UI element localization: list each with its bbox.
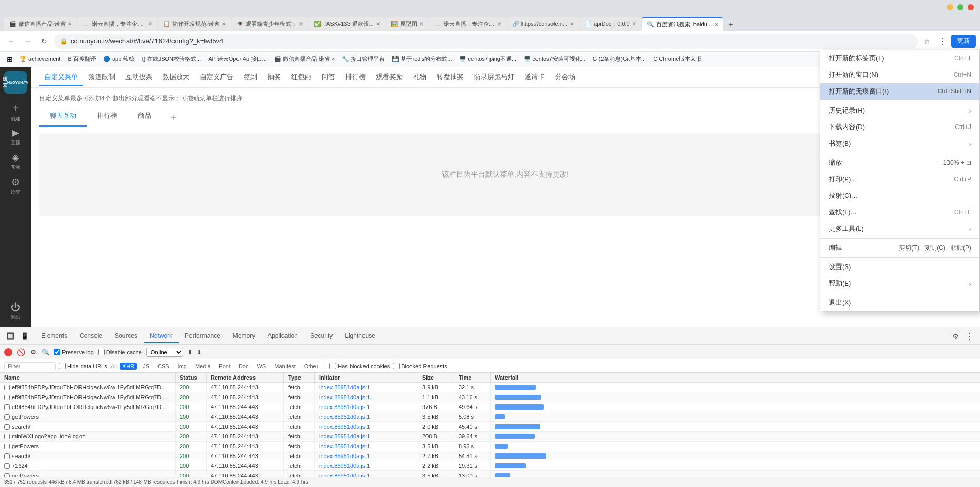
tab-close-3[interactable]: ✕ <box>222 21 226 27</box>
filter-type-other[interactable]: Other <box>302 363 321 370</box>
bookmark-redis[interactable]: 💾 基于redis的分布式... <box>389 54 455 64</box>
nav-item-invite[interactable]: 邀请卡 <box>519 69 550 86</box>
bookmark-achievement[interactable]: 🏆 achievement <box>17 55 64 64</box>
browser-tab-7[interactable]: ☁️ 诺云直播，专注企业... ✕ <box>429 17 507 31</box>
devtools-inspect-btn[interactable]: 🔲 <box>4 330 17 342</box>
browser-tab-5[interactable]: ✅ TASK#133 退款设... ✕ <box>309 17 385 31</box>
tab-ranking[interactable]: 排行榜 <box>87 108 128 127</box>
preserve-log-checkbox[interactable]: Preserve log <box>54 349 94 355</box>
nav-item-sub-venue[interactable]: 分会场 <box>550 69 580 86</box>
new-tab-btn[interactable]: ＋ <box>724 18 737 31</box>
table-row[interactable]: search/ 200 47.110.85.244:443 fetch inde… <box>0 451 980 461</box>
maximize-btn[interactable] <box>957 4 963 10</box>
bookmark-translate[interactable]: B 百度翻译 <box>65 54 99 64</box>
table-row[interactable]: getPowers 200 47.110.85.244:443 fetch in… <box>0 412 980 422</box>
filter-type-doc[interactable]: Doc <box>236 363 251 370</box>
search-icon-btn[interactable]: 🔍 <box>41 348 50 356</box>
browser-tab-4[interactable]: 👁️ 观看端青少年模式： ✕ <box>231 17 308 31</box>
nav-item-signin[interactable]: 签到 <box>239 69 262 86</box>
menu-item-history[interactable]: 历史记录(H) › <box>820 102 979 119</box>
row-checkbox[interactable] <box>4 473 10 477</box>
sidebar-item-live[interactable]: ▶ 直播 <box>4 125 27 148</box>
sidebar-item-settings[interactable]: ⚙ 设置 <box>4 175 27 197</box>
export-icon[interactable]: ⬇ <box>197 349 202 356</box>
disable-cache-checkbox[interactable]: Disable cache <box>98 349 142 355</box>
table-row[interactable]: 71624 200 47.110.85.244:443 fetch index.… <box>0 461 980 471</box>
tab-close-7[interactable]: ✕ <box>497 21 501 27</box>
cell-initiator[interactable]: index.85951d0a.js:1 <box>315 412 418 421</box>
row-checkbox[interactable] <box>4 444 10 449</box>
forward-btn[interactable]: → <box>21 34 35 49</box>
bookmark-centos1[interactable]: 🖥️ centos7 ping不通... <box>456 54 519 64</box>
bookmark-wechat[interactable]: 🎬 微信直播产品·诺省 × <box>271 54 338 64</box>
browser-menu-icon[interactable]: ⋮ <box>936 35 949 48</box>
menu-item-incognito[interactable]: 打开新的无痕窗口(I) Ctrl+Shift+N <box>820 83 979 100</box>
filter-type-ws[interactable]: WS <box>254 363 268 370</box>
devtools-tab-security[interactable]: Security <box>304 329 339 343</box>
has-blocked-cb[interactable]: Has blocked cookies <box>329 363 390 369</box>
nav-item-antirecord[interactable]: 防录屏跑马灯 <box>469 69 519 86</box>
bookmark-json[interactable]: {} 在线JSON校验格式... <box>138 54 204 64</box>
menu-item-new-window[interactable]: 打开新的窗口(N) Ctrl+N <box>820 67 979 83</box>
row-checkbox[interactable] <box>4 414 10 420</box>
minimize-btn[interactable] <box>947 4 953 10</box>
cell-initiator[interactable]: index.85951d0a.js:1 <box>315 402 418 412</box>
table-row[interactable]: search/ 200 47.110.85.244:443 fetch inde… <box>0 422 980 432</box>
record-btn[interactable] <box>4 348 12 356</box>
tab-close-1[interactable]: ✕ <box>68 21 72 27</box>
menu-item-zoom[interactable]: 缩放 — 100% + ⊡ <box>820 154 979 171</box>
row-checkbox[interactable] <box>4 404 10 410</box>
menu-item-new-tab[interactable]: 打开新的标签页(T) Ctrl+T <box>820 50 979 67</box>
cell-initiator[interactable]: index.85951d0a.js:1 <box>315 383 418 392</box>
tab-close-6[interactable]: ✕ <box>419 21 423 27</box>
devtools-settings-icon[interactable]: ⚙ <box>949 330 961 342</box>
col-time[interactable]: Time <box>454 373 491 382</box>
table-row[interactable]: miniWXLogo?app_id=&logo= 200 47.110.85.2… <box>0 432 980 442</box>
filter-type-js[interactable]: JS <box>140 363 152 370</box>
sidebar-item-logout[interactable]: ⏻ 退出 <box>4 300 27 323</box>
devtools-tab-performance[interactable]: Performance <box>179 329 227 343</box>
devtools-more-icon[interactable]: ⋮ <box>963 330 976 342</box>
menu-item-more-tools[interactable]: 更多工具(L) › <box>820 221 979 237</box>
devtools-device-btn[interactable]: 📱 <box>19 330 31 342</box>
menu-item-settings[interactable]: 设置(S) <box>820 259 979 275</box>
nav-item-reward[interactable]: 观看奖励 <box>371 69 408 86</box>
nav-item-lottery[interactable]: 抽奖 <box>262 69 286 86</box>
cell-initiator[interactable]: index.85951d0a.js:1 <box>315 392 418 402</box>
filter-type-css[interactable]: CSS <box>155 363 172 370</box>
browser-tab-9[interactable]: 📄 apiDoc：0.0.0 ✕ <box>579 17 641 31</box>
row-checkbox[interactable] <box>4 463 10 469</box>
table-row[interactable]: getPowers 200 47.110.85.244:443 fetch in… <box>0 471 980 477</box>
devtools-tab-lighthouse[interactable]: Lighthouse <box>339 329 382 343</box>
browser-tab-10[interactable]: 🔍 百度资讯搜索_baidu... ✕ <box>642 17 723 31</box>
address-bar[interactable]: 🔒 cc.nuoyun.tv/wechat/#/live/71624/confi… <box>54 34 918 49</box>
filter-icon-btn[interactable]: ⚙ <box>29 348 37 356</box>
menu-item-quit[interactable]: 退出(X) <box>820 294 979 311</box>
menu-item-help[interactable]: 帮助(E) › <box>820 275 979 292</box>
nav-item-custom-menu[interactable]: 自定义菜单 <box>39 69 83 86</box>
col-initiator[interactable]: Initiator <box>315 373 418 382</box>
bookmark-centos2[interactable]: 🖥️ centos7安装可视化... <box>520 54 589 64</box>
nav-item-redpack[interactable]: 红包雨 <box>286 69 317 86</box>
browser-tab-6[interactable]: 🖼️ 原型图 ✕ <box>386 17 429 31</box>
tab-close-2[interactable]: ✕ <box>148 21 152 27</box>
nav-item-data[interactable]: 数据放大 <box>157 69 195 86</box>
cell-initiator[interactable]: index.85951d0a.js:1 <box>315 432 418 441</box>
cell-initiator[interactable]: index.85951d0a.js:1 <box>315 461 418 470</box>
filter-type-font[interactable]: Font <box>216 363 233 370</box>
table-row[interactable]: getPowers 200 47.110.85.244:443 fetch in… <box>0 442 980 451</box>
filter-type-img[interactable]: Img <box>175 363 189 370</box>
menu-item-edit[interactable]: 编辑 剪切(T) 复制(C) 粘贴(P) <box>820 240 979 256</box>
col-waterfall[interactable]: Waterfall <box>491 373 980 382</box>
sidebar-item-create[interactable]: ＋ 创建 <box>4 100 27 123</box>
bookmark-git[interactable]: G (2条消息)Git基本... <box>590 54 649 64</box>
clear-btn[interactable]: 🚫 <box>17 348 25 356</box>
menu-item-downloads[interactable]: 下载内容(D) Ctrl+J <box>820 119 979 135</box>
menu-item-find[interactable]: 查找(F)... Ctrl+F <box>820 204 979 221</box>
devtools-tab-elements[interactable]: Elements <box>35 329 73 343</box>
devtools-tab-memory[interactable]: Memory <box>227 329 261 343</box>
devtools-tab-application[interactable]: Application <box>261 329 304 343</box>
nav-item-qa[interactable]: 问答 <box>317 69 340 86</box>
close-btn[interactable] <box>968 4 974 10</box>
update-button[interactable]: 更新 <box>951 35 976 48</box>
